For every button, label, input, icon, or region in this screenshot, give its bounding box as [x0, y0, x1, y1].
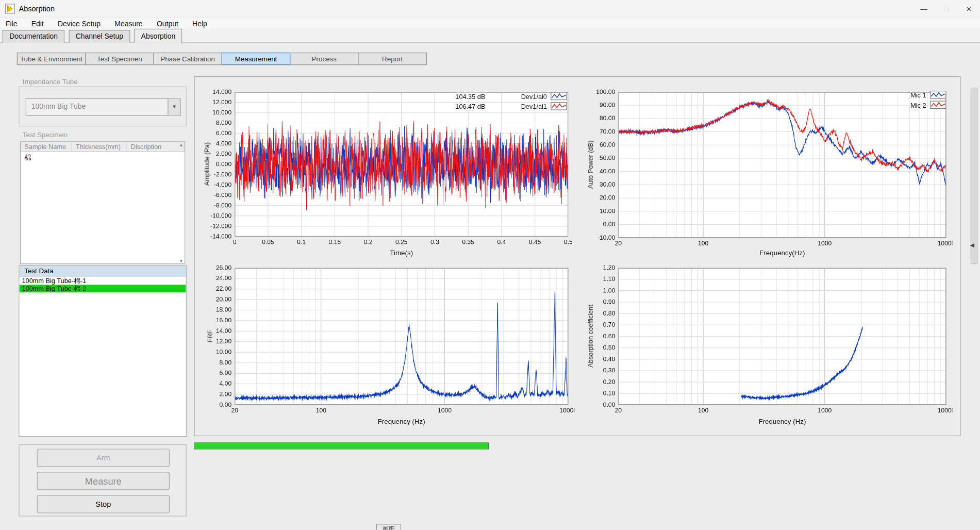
- time-waveform-canvas: [199, 87, 574, 260]
- collapse-left-icon[interactable]: ◀: [970, 242, 974, 249]
- plot-legend: Mic 1Mic 2: [910, 91, 946, 109]
- plot-legend-row: 104.35 dBDev1/ai0: [454, 92, 567, 100]
- plot-legend-label: Mic 1: [910, 91, 926, 99]
- plot-legend-row: Mic 2: [910, 101, 946, 109]
- test-specimen-label: Test Specimen: [23, 131, 68, 139]
- frf-graph: FRF Frequency (Hz): [199, 263, 574, 427]
- tab-documentation[interactable]: Documentation: [3, 30, 65, 43]
- menu-measure[interactable]: Measure: [109, 19, 148, 28]
- application-window: Absorption — □ × File Edit Device Setup …: [0, 0, 980, 530]
- window-controls: — □ ×: [912, 0, 980, 18]
- scroll-up-icon[interactable]: ▲: [179, 143, 183, 147]
- absorption-coefficient-canvas: [582, 263, 953, 427]
- vertical-scrollbar[interactable]: [971, 88, 977, 264]
- titlebar: Absorption — □ ×: [0, 0, 980, 18]
- x-axis-label: Frequency(Hz): [618, 249, 946, 257]
- x-axis-label: Time(s): [235, 249, 568, 257]
- stage-tabs: Tube & Environment Test Specimen Phase C…: [18, 53, 427, 65]
- plot-legend-icon[interactable]: [551, 102, 567, 110]
- x-axis-label: Frequency (Hz): [235, 418, 568, 425]
- dropdown-arrow-icon[interactable]: ▼: [168, 99, 180, 115]
- auto-power-canvas: [582, 87, 953, 260]
- minimize-button[interactable]: —: [912, 0, 935, 18]
- plot-legend-row: 106.47 dBDev1/ai1: [454, 102, 567, 110]
- tab-test-specimen[interactable]: Test Specimen: [85, 53, 154, 65]
- progress-bar: [194, 442, 489, 449]
- absorption-page: Tube & Environment Test Specimen Phase C…: [0, 43, 980, 530]
- app-icon: [5, 4, 15, 13]
- plot-legend-icon[interactable]: [551, 92, 567, 100]
- tab-drawing[interactable]: 画图: [376, 524, 402, 530]
- plot-legend-icon[interactable]: [930, 91, 946, 99]
- main-tabstrip: Documentation Channel Setup Absorption: [0, 29, 980, 43]
- menu-output[interactable]: Output: [151, 19, 184, 28]
- impedance-tube-value: 100mm Big Tube: [31, 103, 86, 110]
- tab-tube-environment[interactable]: Tube & Environment: [17, 53, 86, 65]
- menubar: File Edit Device Setup Measure Output He…: [0, 18, 980, 29]
- y-axis-label: Auto Power (dB): [586, 92, 595, 238]
- stop-button[interactable]: Stop: [37, 495, 170, 513]
- auto-power-graph: Auto Power (dB) Frequency(Hz) Mic 1Mic 2: [582, 87, 953, 260]
- frf-canvas: [199, 263, 574, 427]
- control-buttons-panel: Arm Measure Stop: [19, 444, 186, 517]
- column-discription: Discription: [127, 142, 185, 152]
- tab-measurement[interactable]: Measurement: [222, 53, 291, 65]
- maximize-button[interactable]: □: [935, 0, 958, 18]
- tab-process[interactable]: Process: [290, 53, 359, 65]
- menu-help[interactable]: Help: [187, 19, 213, 28]
- plot-legend-label: Dev1/ai1: [521, 102, 547, 110]
- plot-legend-label: Mic 2: [910, 101, 926, 109]
- column-thickness: Thickness(mm): [72, 142, 127, 152]
- menu-edit[interactable]: Edit: [26, 19, 49, 28]
- cell-sample-name: 棉: [21, 152, 72, 161]
- list-item[interactable]: 100mm Big Tube-棉-1: [20, 277, 186, 285]
- plot-legend: 104.35 dBDev1/ai0106.47 dBDev1/ai1: [454, 92, 567, 110]
- arm-button[interactable]: Arm: [37, 449, 170, 467]
- list-item-selected[interactable]: 100mm Big Tube-棉-2: [20, 285, 186, 292]
- column-sample-name: Sample Name: [21, 142, 72, 152]
- plot-legend-row: Mic 1: [910, 91, 946, 99]
- measure-button[interactable]: Measure: [37, 472, 170, 490]
- menu-file[interactable]: File: [0, 19, 23, 28]
- progress-fill: [195, 443, 488, 449]
- test-data-list: 100mm Big Tube-棉-1 100mm Big Tube-棉-2: [20, 277, 186, 437]
- close-button[interactable]: ×: [957, 0, 980, 18]
- plot-legend-icon[interactable]: [930, 101, 946, 109]
- impedance-tube-label: Impendance Tube: [23, 78, 78, 86]
- table-header-row: Sample Name Thickness(mm) Discription: [21, 142, 185, 152]
- tab-absorption[interactable]: Absorption: [134, 29, 182, 43]
- tab-channel-setup[interactable]: Channel Setup: [69, 30, 130, 43]
- level-readout: 106.47 dB: [454, 102, 487, 110]
- impedance-tube-group: 100mm Big Tube ▼: [19, 87, 186, 127]
- tab-phase-calibration[interactable]: Phase Calibration: [153, 53, 222, 65]
- cell-thickness: [72, 152, 127, 161]
- impedance-tube-select[interactable]: 100mm Big Tube ▼: [26, 98, 181, 116]
- test-data-panel: Test Data 100mm Big Tube-棉-1 100mm Big T…: [19, 266, 186, 437]
- level-readout: 104.35 dB: [454, 92, 487, 100]
- test-specimen-table: Sample Name Thickness(mm) Discription 棉 …: [20, 141, 185, 264]
- y-axis-label: FRF: [206, 268, 214, 405]
- plot-legend-label: Dev1/ai0: [521, 92, 547, 100]
- test-data-label: Test Data: [20, 266, 186, 277]
- window-title: Absorption: [19, 4, 55, 13]
- tab-report[interactable]: Report: [358, 53, 427, 65]
- table-row[interactable]: 棉: [21, 152, 185, 161]
- y-axis-label: Amplitude (Pa): [203, 92, 211, 236]
- menu-device-setup[interactable]: Device Setup: [52, 19, 106, 28]
- scroll-down-icon[interactable]: ▼: [179, 258, 183, 262]
- y-axis-label: Absorption coefficient: [586, 268, 595, 405]
- x-axis-label: Frequency (Hz): [618, 418, 946, 425]
- time-waveform-graph: Amplitude (Pa) Time(s) 104.35 dBDev1/ai0…: [199, 87, 574, 260]
- cell-discription: [127, 152, 185, 161]
- absorption-coefficient-graph: Absorption coefficient Frequency (Hz): [582, 263, 953, 427]
